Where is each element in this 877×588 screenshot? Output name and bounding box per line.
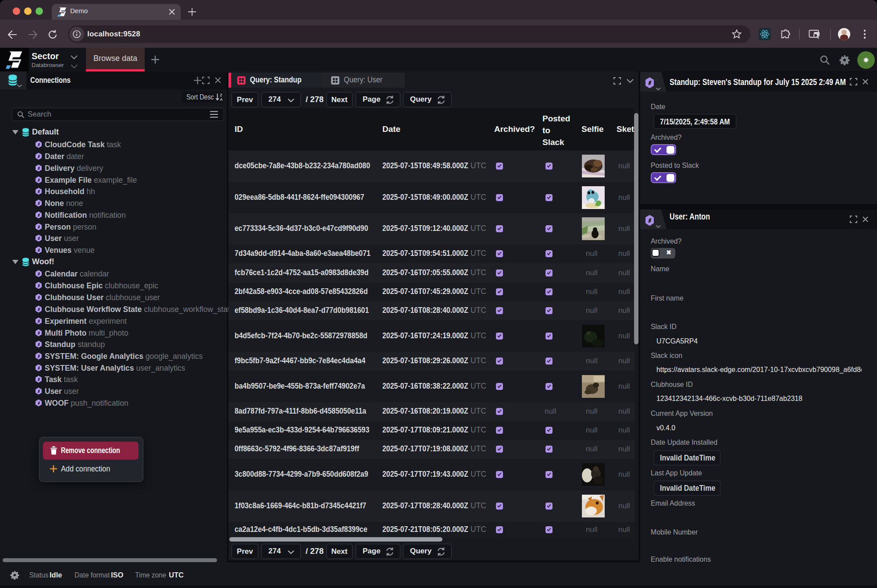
svg-text:A: A: [220, 97, 222, 101]
svg-text:Z: Z: [220, 93, 222, 97]
